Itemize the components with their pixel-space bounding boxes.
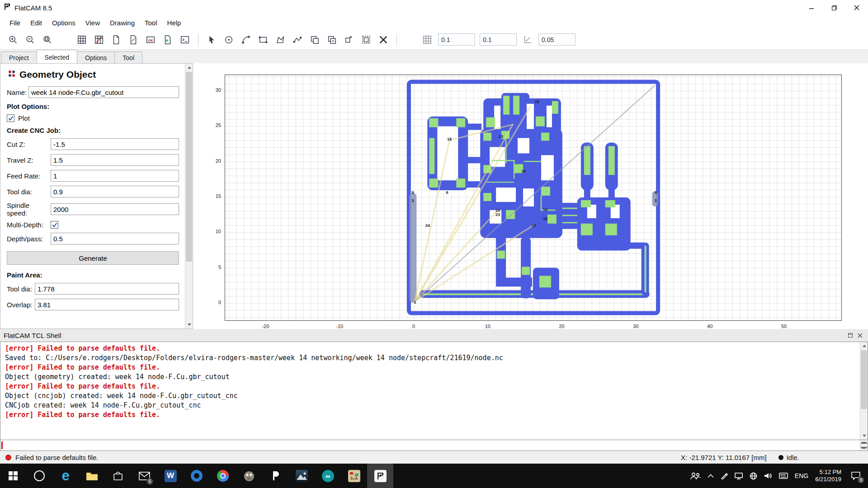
- network-icon[interactable]: [735, 473, 743, 479]
- chrome-icon: [217, 470, 229, 482]
- input-scroll-arrows[interactable]: [860, 440, 868, 450]
- y-axis-tick-label: 25: [209, 122, 221, 128]
- update-geometry-ok-button[interactable]: OK: [143, 32, 158, 47]
- save-project-button[interactable]: [160, 32, 175, 47]
- pen-icon[interactable]: [721, 472, 728, 479]
- task-flatcam[interactable]: [367, 464, 393, 488]
- task-arduino[interactable]: ∞: [315, 464, 341, 488]
- task-word[interactable]: W: [157, 464, 184, 488]
- task-processing[interactable]: [262, 464, 288, 488]
- feed-rate-input[interactable]: [51, 170, 179, 182]
- task-edge[interactable]: e: [52, 464, 79, 488]
- clear-plot-button[interactable]: [91, 32, 107, 47]
- zoom-in-button[interactable]: [5, 32, 21, 47]
- scroll-up-arrow[interactable]: [860, 342, 868, 350]
- float-dock-icon[interactable]: [848, 332, 853, 339]
- scroll-down-arrow[interactable]: [860, 432, 868, 440]
- volume-icon[interactable]: [764, 472, 772, 479]
- word-icon: W: [165, 470, 177, 482]
- menu-tool[interactable]: Tool: [140, 17, 162, 29]
- cut-z-input[interactable]: [51, 138, 179, 150]
- menu-file[interactable]: File: [5, 17, 25, 29]
- chevron-up-icon[interactable]: [708, 474, 714, 478]
- scrollbar-thumb[interactable]: [861, 350, 867, 409]
- menu-edit[interactable]: Edit: [25, 17, 47, 29]
- depth-pass-input[interactable]: [51, 233, 179, 244]
- spindle-speed-input[interactable]: [51, 203, 179, 215]
- touch-keyboard-icon[interactable]: [779, 473, 788, 479]
- copy-objects-button[interactable]: [307, 32, 322, 47]
- paint-overlap-input[interactable]: [35, 299, 179, 310]
- add-arc-button[interactable]: [238, 32, 254, 47]
- multi-depth-checkbox[interactable]: [51, 221, 58, 229]
- menu-options[interactable]: Options: [47, 17, 80, 29]
- tcl-command-input[interactable]: [3, 440, 860, 450]
- panel-scrollbar[interactable]: [185, 64, 193, 328]
- corner-snap-toggle-button[interactable]: [520, 32, 535, 47]
- run-script-button[interactable]: [177, 32, 193, 47]
- move-objects-button[interactable]: [341, 32, 357, 47]
- tab-selected[interactable]: Selected: [37, 50, 77, 63]
- geometry-editor-button[interactable]: [126, 32, 141, 47]
- add-circle-button[interactable]: [221, 32, 236, 47]
- globe-icon[interactable]: [750, 472, 757, 480]
- close-button[interactable]: [845, 0, 868, 15]
- new-blank-geometry-button[interactable]: [108, 32, 124, 47]
- taskbar-clock[interactable]: 5:12 PM 6/21/2019: [815, 469, 841, 483]
- task-photos[interactable]: [288, 464, 315, 488]
- travel-z-input[interactable]: [51, 154, 179, 166]
- menu-view[interactable]: View: [80, 17, 105, 29]
- scrollbar-thumb[interactable]: [186, 72, 192, 262]
- main-toolbar: OK: [0, 30, 868, 50]
- console-scrollbar[interactable]: [860, 342, 868, 440]
- travel-z-label: Travel Z:: [7, 156, 51, 164]
- tab-project[interactable]: Project: [1, 52, 37, 63]
- add-path-button[interactable]: [290, 32, 305, 47]
- clock-date: 6/21/2019: [815, 476, 841, 483]
- grid-x-input[interactable]: [438, 33, 475, 46]
- tab-options[interactable]: Options: [77, 52, 115, 63]
- scroll-down-arrow[interactable]: [185, 321, 193, 328]
- cortana-button[interactable]: [26, 464, 52, 488]
- add-polygon-button[interactable]: [273, 32, 288, 47]
- snap-max-input[interactable]: [538, 33, 576, 46]
- task-file-explorer[interactable]: [79, 464, 105, 488]
- shell-console[interactable]: [error] Failed to parse defaults file. S…: [0, 342, 868, 440]
- scroll-up-arrow[interactable]: [185, 64, 193, 71]
- minimize-button[interactable]: [800, 0, 823, 15]
- copy-geometry-button[interactable]: [324, 32, 340, 47]
- task-gimp[interactable]: [236, 464, 262, 488]
- x-axis-tick-label: 40: [703, 324, 716, 329]
- people-icon[interactable]: [690, 472, 701, 480]
- tab-tool[interactable]: Tool: [114, 52, 142, 63]
- notification-center-button[interactable]: 9: [848, 468, 863, 483]
- generate-cnc-button[interactable]: Generate: [7, 251, 179, 265]
- task-mail[interactable]: 5: [131, 464, 157, 488]
- paint-tool-dia-input[interactable]: [35, 283, 179, 295]
- replot-button[interactable]: [74, 32, 90, 47]
- zoom-out-button[interactable]: [23, 32, 38, 47]
- language-indicator[interactable]: ENG: [795, 472, 808, 479]
- start-button[interactable]: [0, 464, 26, 488]
- task-store[interactable]: [105, 464, 131, 488]
- object-name-input[interactable]: [28, 86, 179, 98]
- menu-help[interactable]: Help: [162, 17, 186, 29]
- shell-line: [error] Failed to parse defaults file.: [5, 363, 863, 372]
- delete-shape-button[interactable]: [376, 32, 391, 47]
- zoom-fit-button[interactable]: [40, 32, 55, 47]
- restore-button[interactable]: [823, 0, 845, 15]
- editor-select-button[interactable]: [204, 32, 219, 47]
- plot[interactable]: 28131819936252318182024631: [225, 75, 842, 321]
- tool-dia-input[interactable]: [51, 186, 179, 197]
- grid-y-input[interactable]: [480, 33, 517, 46]
- menu-drawing[interactable]: Drawing: [105, 17, 140, 29]
- grid-snap-toggle-button[interactable]: [420, 32, 435, 47]
- add-rectangle-button[interactable]: [255, 32, 271, 47]
- plot-point-label: 28: [535, 99, 539, 104]
- task-browser-blue[interactable]: [184, 464, 210, 488]
- close-dock-icon[interactable]: [858, 332, 863, 339]
- task-chrome[interactable]: [210, 464, 236, 488]
- buffer-geometry-button[interactable]: [359, 32, 374, 47]
- task-kicad[interactable]: [341, 464, 367, 488]
- plot-checkbox[interactable]: [7, 114, 14, 122]
